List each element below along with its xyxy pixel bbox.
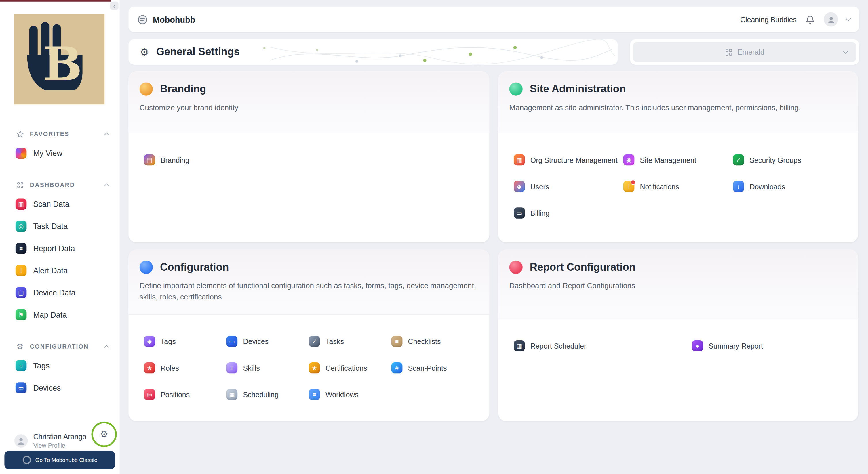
settings-cards-grid: Branding Customize your brand identity ▤… [128, 71, 859, 421]
site-management-icon: ◉ [623, 155, 634, 165]
sidebar-item-label: Alert Data [33, 266, 68, 275]
item-label: Billing [530, 209, 550, 217]
card-items: ▦ Report Scheduler ● Summary Report [498, 319, 858, 372]
classic-button-label: Go To Mobohubb Classic [35, 457, 97, 463]
view-profile-link[interactable]: View Profile [33, 442, 86, 449]
card-configuration: Configuration Define important elements … [128, 249, 489, 421]
item-label: Org Structure Management [530, 156, 618, 164]
item-label: Report Scheduler [530, 342, 587, 350]
report-scheduler-icon: ▦ [514, 340, 525, 351]
settings-link-positions[interactable]: ◎ Positions [144, 389, 226, 400]
go-to-classic-button[interactable]: Go To Mobohubb Classic [4, 451, 115, 469]
sidebar-item-scan-data[interactable]: ▥ Scan Data [0, 193, 119, 215]
user-avatar-icon [14, 434, 28, 447]
app-title: Mobohubb [153, 15, 195, 24]
sidebar-item-my-view[interactable]: My View [0, 142, 119, 164]
card-items: ◆ Tags ▭ Devices ✓ Tasks ≡ Checklists [128, 315, 489, 421]
billing-icon: ▭ [514, 207, 525, 218]
section-label: FAVORITES [30, 131, 105, 137]
item-label: Scan-Points [408, 364, 447, 372]
org-switcher-label[interactable]: Cleaning Buddies [740, 15, 797, 24]
settings-link-notifications[interactable]: ! Notifications [623, 181, 733, 192]
item-label: Workflows [326, 390, 359, 399]
star-icon [16, 129, 25, 138]
org-logo: B [14, 14, 104, 104]
sidebar-item-label: Device Data [33, 288, 75, 297]
device-data-icon: ▢ [16, 287, 27, 298]
settings-link-scheduling[interactable]: ▦ Scheduling [226, 389, 309, 400]
card-title: Branding [160, 83, 206, 95]
item-label: Security Groups [749, 156, 801, 164]
settings-link-users[interactable]: ☻ Users [514, 181, 623, 192]
sidebar-item-map-data[interactable]: ⚑ Map Data [0, 304, 119, 326]
report-data-icon: ≡ [16, 243, 27, 254]
settings-link-site-management[interactable]: ◉ Site Management [623, 155, 733, 165]
settings-link-checklists[interactable]: ≡ Checklists [392, 336, 474, 347]
sidebar-item-tags[interactable]: ○ Tags [0, 354, 119, 377]
gear-icon: ⚙ [140, 46, 149, 58]
my-view-icon [16, 148, 27, 159]
sidebar-section-configuration[interactable]: ⚙ CONFIGURATION [0, 338, 119, 354]
sidebar-section-favorites[interactable]: FAVORITES [0, 126, 119, 142]
sidebar-item-task-data[interactable]: ◎ Task Data [0, 215, 119, 237]
settings-link-certifications[interactable]: ★ Certifications [309, 363, 392, 373]
downloads-icon: ↓ [733, 181, 744, 192]
settings-gear-annotation-ring: ⚙ [91, 422, 117, 447]
gear-icon[interactable]: ⚙ [100, 429, 108, 440]
map-data-icon: ⚑ [16, 309, 27, 320]
sidebar-item-label: Devices [33, 383, 61, 392]
sidebar-item-label: Scan Data [33, 200, 69, 208]
report-config-accent-icon [509, 261, 523, 274]
svg-text:B: B [43, 37, 82, 91]
settings-link-tags[interactable]: ◆ Tags [144, 336, 226, 347]
settings-link-skills[interactable]: + Skills [226, 363, 309, 373]
settings-link-security-groups[interactable]: ✓ Security Groups [733, 155, 843, 165]
item-label: Tasks [326, 337, 344, 345]
sidebar-section-dashboard[interactable]: DASHBOARD [0, 177, 119, 193]
tasks-icon: ✓ [309, 336, 320, 347]
settings-link-report-scheduler[interactable]: ▦ Report Scheduler [514, 340, 692, 351]
settings-link-devices[interactable]: ▭ Devices [226, 336, 309, 347]
chevron-up-icon [104, 132, 110, 138]
sidebar-item-alert-data[interactable]: ! Alert Data [0, 260, 119, 281]
card-title: Report Configuration [530, 261, 636, 273]
settings-link-branding[interactable]: ▤ Branding [144, 155, 266, 165]
settings-link-summary-report[interactable]: ● Summary Report [692, 340, 842, 351]
roles-icon: ★ [144, 363, 155, 373]
account-avatar[interactable] [824, 12, 838, 27]
top-accent-strip [0, 0, 111, 2]
card-header: Report Configuration Dashboard and Repor… [498, 249, 858, 319]
notifications-bell-icon[interactable] [805, 14, 816, 25]
sidebar-collapse-button[interactable]: ‹ [110, 2, 119, 10]
settings-link-roles[interactable]: ★ Roles [144, 363, 226, 373]
settings-link-org-structure-management[interactable]: ▦ Org Structure Management [514, 155, 623, 165]
card-header: Site Administration Management as site a… [498, 71, 858, 133]
settings-link-downloads[interactable]: ↓ Downloads [733, 181, 843, 192]
sidebar-item-report-data[interactable]: ≡ Report Data [0, 237, 119, 260]
item-label: Site Management [640, 156, 696, 164]
configuration-accent-icon [140, 261, 153, 274]
sidebar-item-label: Tags [33, 361, 50, 370]
settings-link-tasks[interactable]: ✓ Tasks [309, 336, 392, 347]
user-profile-row[interactable]: Christian Arango View Profile [14, 433, 86, 449]
settings-link-billing[interactable]: ▭ Billing [514, 207, 623, 218]
brand: Mobohubb [137, 14, 195, 25]
sidebar-nav: FAVORITES My View DASHBOARD ▥ Scan Data [0, 126, 119, 399]
item-label: Checklists [408, 337, 441, 345]
sidebar-item-label: Report Data [33, 244, 75, 253]
scheduling-icon: ▦ [226, 389, 238, 400]
sidebar-item-device-data[interactable]: ▢ Device Data [0, 281, 119, 304]
certifications-icon: ★ [309, 363, 320, 373]
chevron-down-icon[interactable] [845, 16, 851, 21]
card-subtitle: Customize your brand identity [140, 102, 478, 113]
item-label: Roles [161, 364, 179, 372]
theme-select[interactable]: Emerald [633, 42, 857, 62]
app-window: ‹ B FAVORITES [0, 0, 868, 474]
grid-icon [16, 180, 25, 189]
card-subtitle: Define important elements of functional … [140, 280, 478, 303]
settings-link-scan-points[interactable]: # Scan-Points [392, 363, 474, 373]
header-row: ⚙ General Settings [128, 39, 859, 65]
sidebar-item-devices[interactable]: ▭ Devices [0, 377, 119, 399]
user-name: Christian Arango [33, 433, 86, 441]
settings-link-workflows[interactable]: ≡ Workflows [309, 389, 392, 400]
